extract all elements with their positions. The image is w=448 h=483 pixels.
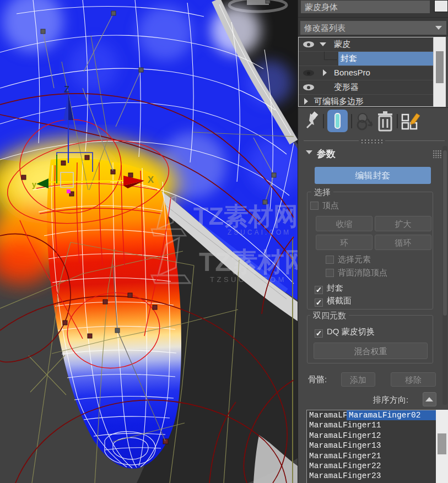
parameters-rollout-header[interactable]: 参数 bbox=[298, 145, 448, 162]
svg-text:TZ素材网: TZ素材网 bbox=[199, 247, 298, 276]
svg-text:TZSUCAI.COM: TZSUCAI.COM bbox=[210, 275, 287, 284]
command-panel: 蒙皮身体 修改器列表 蒙皮 封套 BonesPro bbox=[298, 0, 448, 483]
modifier-list-label: 修改器列表 bbox=[304, 23, 346, 32]
panel-scrollbar[interactable] bbox=[442, 146, 447, 405]
modifier-stack: 蒙皮 封套 BonesPro 变形器 可编辑多边形 bbox=[298, 37, 434, 107]
stack-item-label: BonesPro bbox=[334, 68, 370, 77]
checkbox-icon[interactable] bbox=[310, 202, 319, 210]
rollout-grip-icon bbox=[433, 150, 442, 158]
dq-group-title: 双四元数 bbox=[310, 311, 349, 321]
checkbox-label: 背面消隐顶点 bbox=[338, 268, 387, 277]
backface-cull-checkbox[interactable]: 背面消隐顶点 bbox=[326, 268, 387, 278]
object-color-swatch[interactable] bbox=[434, 0, 448, 12]
stack-item-morpher[interactable]: 变形器 bbox=[299, 80, 433, 95]
envelopes-checkbox[interactable]: ✓封套 bbox=[315, 283, 343, 293]
remove-bone-button[interactable]: 移除 bbox=[391, 372, 436, 387]
checkbox-label: 横截面 bbox=[327, 296, 352, 305]
modifier-list-dropdown[interactable]: 修改器列表 bbox=[300, 21, 446, 35]
stack-item-envelope[interactable]: 封套 bbox=[299, 52, 433, 66]
checkbox-label: 顶点 bbox=[322, 200, 339, 210]
svg-text:TZ素材网: TZ素材网 bbox=[193, 202, 298, 230]
select-group-title: 选择 bbox=[311, 187, 333, 198]
edit-envelopes-button[interactable]: 编辑封套 bbox=[315, 167, 431, 184]
bone-list-item[interactable]: MaramaLFinger02 bbox=[347, 410, 436, 420]
rollout-separator[interactable] bbox=[298, 139, 448, 143]
chevron-down-icon bbox=[435, 26, 442, 30]
scrollbar-thumb[interactable] bbox=[438, 433, 446, 454]
expand-arrow-icon[interactable] bbox=[320, 42, 326, 46]
blend-weights-button[interactable]: 混合权重 bbox=[314, 343, 428, 359]
rollout-collapse-icon[interactable] bbox=[306, 150, 312, 154]
shrink-button[interactable]: 收缩 bbox=[316, 216, 373, 231]
visibility-eye-off-icon[interactable] bbox=[303, 70, 314, 76]
sort-ascending-button[interactable] bbox=[423, 392, 436, 406]
configure-modifier-sets-icon[interactable] bbox=[401, 111, 421, 132]
rollout-title: 参数 bbox=[317, 148, 336, 160]
add-bone-button[interactable]: 添加 bbox=[341, 372, 375, 387]
tree-branch-line bbox=[324, 52, 337, 60]
bone-list-item[interactable]: MaramaLFinger12 bbox=[307, 431, 436, 441]
show-end-result-button[interactable] bbox=[327, 110, 348, 132]
gizmo-center-marker bbox=[67, 189, 71, 193]
stack-item-bonespro[interactable]: BonesPro bbox=[299, 66, 433, 80]
vertices-checkbox[interactable]: 顶点 bbox=[310, 200, 339, 210]
pin-stack-icon[interactable] bbox=[303, 111, 320, 131]
cross-sections-checkbox[interactable]: ✓横截面 bbox=[315, 296, 352, 306]
scrollbar-thumb[interactable] bbox=[436, 51, 444, 83]
expand-arrow-icon[interactable] bbox=[323, 69, 327, 76]
app-window: X Z y TZ素材网 ZSUCAI.COM TZ素材网 TZSUCAI.COM bbox=[0, 0, 448, 483]
bone-list-scrollbar[interactable] bbox=[436, 410, 448, 483]
svg-text:ZSUCAI.COM: ZSUCAI.COM bbox=[228, 229, 291, 236]
gizmo-z-label: Z bbox=[64, 85, 69, 94]
visibility-eye-icon[interactable] bbox=[303, 41, 314, 47]
stack-toolbar bbox=[298, 108, 448, 135]
stack-item-editable-poly[interactable]: 可编辑多边形 bbox=[299, 95, 433, 108]
dq-skinning-toggle-checkbox[interactable]: ✓DQ 蒙皮切换 bbox=[315, 327, 375, 337]
ring-button[interactable]: 环 bbox=[316, 235, 373, 250]
scrollbar-thumb[interactable] bbox=[443, 150, 447, 316]
checkbox-label: DQ 蒙皮切换 bbox=[327, 327, 375, 336]
test-tube-icon bbox=[327, 110, 348, 132]
stack-item-skin[interactable]: 蒙皮 bbox=[299, 37, 433, 52]
checkbox-icon[interactable] bbox=[326, 256, 334, 264]
checkbox-label: 选择元素 bbox=[338, 254, 371, 264]
visibility-eye-icon[interactable] bbox=[303, 84, 314, 90]
gizmo-y-label: y bbox=[32, 180, 36, 189]
expand-arrow-icon[interactable] bbox=[304, 98, 308, 105]
select-element-checkbox[interactable]: 选择元素 bbox=[326, 254, 371, 264]
stack-item-label: 蒙皮 bbox=[334, 39, 350, 50]
bone-list-item[interactable]: MaramaLFinger11 bbox=[307, 420, 436, 430]
stack-item-label: 变形器 bbox=[334, 82, 359, 93]
checkbox-checked-icon[interactable]: ✓ bbox=[315, 329, 323, 338]
drag-handle-dots[interactable] bbox=[360, 139, 384, 143]
grow-button[interactable]: 扩大 bbox=[375, 216, 431, 231]
checkbox-checked-icon[interactable]: ✓ bbox=[315, 299, 323, 307]
stack-scrollbar[interactable] bbox=[434, 37, 446, 107]
make-unique-icon[interactable] bbox=[355, 111, 376, 132]
gizmo-x-label: X bbox=[148, 175, 154, 185]
checkbox-icon[interactable] bbox=[326, 269, 334, 277]
stack-item-label: 可编辑多边形 bbox=[314, 96, 364, 107]
sort-ascending-icon bbox=[425, 397, 433, 401]
bone-list-item[interactable]: MaramaLFinger21 bbox=[307, 451, 436, 461]
loop-button[interactable]: 循环 bbox=[375, 235, 431, 250]
stack-item-label: 封套 bbox=[341, 53, 357, 64]
sort-direction-label: 排序方向: bbox=[373, 395, 408, 405]
bone-list-item[interactable]: MaramaLFinger23 bbox=[307, 471, 436, 481]
checkbox-checked-icon[interactable]: ✓ bbox=[315, 286, 323, 294]
viewport[interactable]: X Z y TZ素材网 ZSUCAI.COM TZ素材网 TZSUCAI.COM bbox=[0, 0, 298, 483]
bone-list[interactable]: MaramaLFinger02 MaramaLFinger03 MaramaLF… bbox=[306, 410, 436, 483]
remove-modifier-trash-icon[interactable] bbox=[377, 111, 393, 132]
bones-label: 骨骼: bbox=[308, 375, 327, 385]
object-name-field[interactable]: 蒙皮身体 bbox=[301, 1, 430, 13]
checkbox-label: 封套 bbox=[327, 283, 343, 292]
bone-list-item[interactable]: MaramaLFinger22 bbox=[307, 461, 436, 471]
bone-list-item[interactable]: MaramaLFinger13 bbox=[307, 441, 436, 451]
